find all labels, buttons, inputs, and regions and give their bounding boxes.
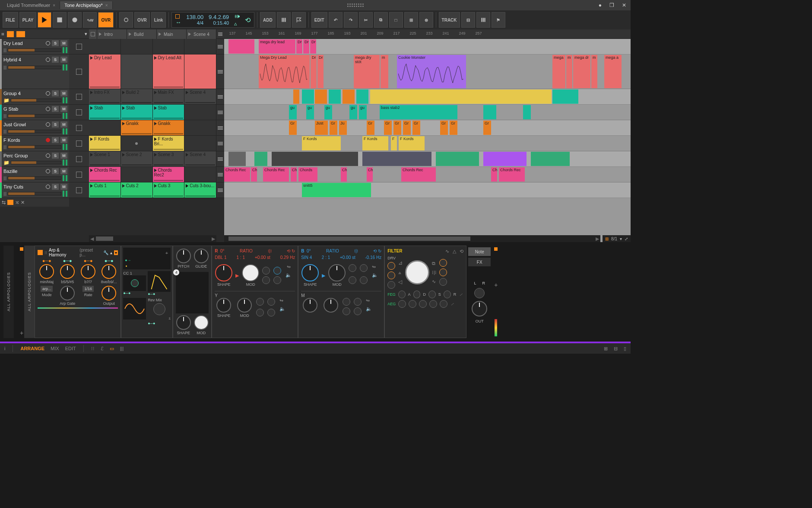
arranger-clip[interactable]: Chords Rec: [499, 167, 525, 182]
filter-hp-icon[interactable]: ◁: [398, 279, 403, 285]
arranger-lane[interactable]: [224, 89, 631, 105]
notes-icon[interactable]: |||: [3, 48, 6, 52]
project-tab-active[interactable]: Tone Archipelago*×: [60, 1, 113, 9]
arranger-clip[interactable]: Chords Rec: [263, 167, 289, 182]
clip-slot[interactable]: Build 2: [121, 89, 153, 105]
pointer-tool-icon[interactable]: ▾: [85, 31, 87, 37]
env-shape-icon[interactable]: ⟋: [450, 301, 455, 307]
osc-mod-knob[interactable]: [242, 264, 259, 281]
arranger-lane[interactable]: Chords RecChChords RecChChordsChChChords…: [224, 167, 631, 182]
rate-select[interactable]: 1/16: [82, 286, 94, 292]
arranger-clip[interactable]: Ch: [367, 167, 373, 182]
ruler-tick[interactable]: 249: [454, 29, 470, 38]
wave-icons[interactable]: ⁞|⁞: [268, 249, 272, 253]
clip-slot[interactable]: F Kords: [89, 136, 121, 151]
mini-knob[interactable]: [267, 309, 275, 316]
close-icon[interactable]: ×: [53, 3, 55, 8]
panel-mid-icon[interactable]: ⊟: [614, 346, 618, 351]
pitch-knob[interactable]: [176, 249, 191, 263]
mute-icon[interactable]: ↬: [372, 264, 378, 270]
wave-num[interactable]: 4: [310, 255, 312, 260]
track-row[interactable]: F Kords S M |||: [2, 136, 69, 151]
hz-val[interactable]: 0.29 Hz: [280, 255, 295, 260]
link-icon[interactable]: ⧉: [432, 261, 437, 266]
env-knob[interactable]: [429, 300, 437, 308]
mini-knob[interactable]: [273, 267, 281, 275]
arranger-clip[interactable]: F: [391, 136, 397, 150]
fx-tab[interactable]: FX: [468, 258, 491, 266]
arranger-clip[interactable]: Gr: [483, 121, 491, 135]
xy-pad[interactable]: +●→: [123, 248, 171, 269]
volume-slider[interactable]: [8, 192, 61, 195]
ruler-tick[interactable]: 201: [355, 29, 372, 38]
shape-knob[interactable]: [176, 315, 191, 330]
macro-knob[interactable]: [102, 264, 116, 279]
arranger-clip[interactable]: Chords: [298, 167, 317, 182]
routing-icon[interactable]: ●─●: [123, 291, 146, 295]
arranger-clip[interactable]: gu: [306, 105, 314, 119]
clip-slot[interactable]: Gnakk: [153, 120, 185, 136]
ruler-tick[interactable]: 193: [339, 29, 355, 38]
overdub-button[interactable]: OVR: [98, 12, 114, 28]
mute-button[interactable]: M: [60, 184, 67, 190]
drv-knob3[interactable]: [387, 281, 395, 289]
stop-icon[interactable]: [76, 156, 82, 162]
arranger-clip[interactable]: [436, 152, 479, 166]
repeat-icon[interactable]: ⟲: [245, 16, 251, 24]
osc-shape-knob[interactable]: [215, 264, 232, 281]
track-name[interactable]: Bazille: [3, 169, 44, 174]
record-arm-icon[interactable]: [46, 185, 50, 189]
arranger-clip[interactable]: Dr: [296, 39, 302, 54]
glide-knob[interactable]: [194, 249, 209, 263]
cut-icon[interactable]: ✂: [359, 12, 373, 28]
speaker-icon[interactable]: 🔈: [372, 272, 378, 278]
clip-slot[interactable]: [89, 39, 121, 54]
clip-stop-cell[interactable]: [69, 105, 89, 120]
ruler-tick[interactable]: 225: [405, 29, 421, 38]
mini-knob[interactable]: [273, 276, 281, 284]
track-name[interactable]: G Stab: [3, 106, 44, 112]
mini-knob[interactable]: [360, 264, 368, 272]
record-arm-icon[interactable]: [46, 107, 50, 111]
scene-header[interactable]: Main: [157, 29, 187, 39]
clip-stop-cell[interactable]: [69, 54, 89, 89]
zoom-fit-icon[interactable]: ⤢: [625, 236, 628, 241]
solo-button[interactable]: S: [52, 40, 59, 46]
arranger-clip[interactable]: gu: [324, 105, 332, 119]
note-tab[interactable]: Note: [468, 247, 491, 256]
add-track-icon[interactable]: [277, 12, 291, 28]
mix-view-button[interactable]: MIX: [51, 346, 59, 351]
arranger-lane[interactable]: Mega Dry LeadDrDrmega dry stötmCookie Mo…: [224, 54, 631, 89]
wrench-icon[interactable]: 🔧: [103, 250, 108, 255]
arranger-clip[interactable]: mega dr: [573, 55, 590, 88]
volume-slider[interactable]: [8, 66, 61, 69]
link-button[interactable]: Link: [151, 12, 166, 28]
mute-button[interactable]: M: [60, 137, 67, 143]
routing-icon[interactable]: ●─●: [148, 321, 171, 326]
res-knob3[interactable]: [439, 278, 447, 286]
mini-knob[interactable]: [354, 298, 362, 306]
clip-slot[interactable]: Stab: [121, 105, 153, 120]
revmix-knob[interactable]: [153, 303, 165, 315]
arranger-clip[interactable]: [483, 105, 496, 119]
track-name[interactable]: F Kords: [3, 137, 44, 143]
preset-up-icon[interactable]: ▴: [110, 250, 112, 255]
transport-display[interactable]: ↔ 138.00 4/4 9.4.2.69 0:15.40 🕪▵ ⟲: [171, 12, 254, 28]
record-arm-icon[interactable]: [46, 41, 50, 45]
browser-icon[interactable]: ⁝⁝: [91, 346, 95, 351]
st-val[interactable]: +0.00 st: [340, 255, 355, 260]
track-row[interactable]: G Stab S M |||: [2, 105, 69, 120]
scroll-right-icon[interactable]: ▶: [594, 236, 600, 242]
reset-icon[interactable]: ⟲: [460, 249, 463, 254]
arranger-clip[interactable]: gu: [349, 105, 357, 119]
wave-sine-icon[interactable]: ∿: [445, 249, 449, 254]
track-name[interactable]: Group 4: [3, 91, 44, 96]
add-flag-icon[interactable]: [292, 12, 306, 28]
arranger-lane[interactable]: GrJustGrJuGrGrGrGrGrGrGrGr: [224, 120, 631, 136]
ruler-tick[interactable]: 153: [257, 29, 273, 38]
scroll-right-icon[interactable]: ▶: [210, 236, 216, 242]
play-button[interactable]: [38, 12, 51, 28]
output-knob[interactable]: [102, 286, 116, 300]
duplicate-icon[interactable]: ⊞: [404, 12, 418, 28]
loop-toggle-icon[interactable]: [175, 14, 180, 19]
